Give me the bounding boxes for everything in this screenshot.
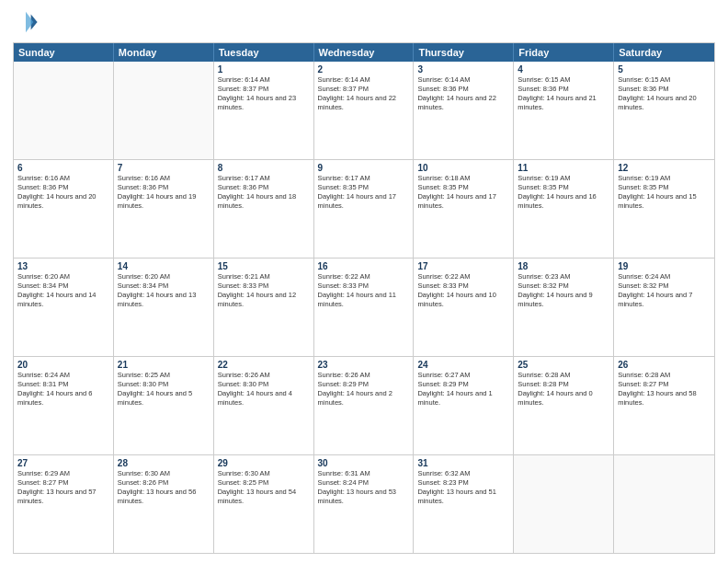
svg-marker-1 xyxy=(26,12,33,32)
calendar-cell-24: 24Sunrise: 6:27 AM Sunset: 8:29 PM Dayli… xyxy=(414,357,514,454)
cell-content: Sunrise: 6:24 AM Sunset: 8:32 PM Dayligh… xyxy=(618,272,711,310)
header-day-saturday: Saturday xyxy=(614,43,714,62)
cell-content: Sunrise: 6:19 AM Sunset: 8:35 PM Dayligh… xyxy=(618,174,711,212)
cell-date: 12 xyxy=(618,163,711,173)
cell-date: 3 xyxy=(417,64,509,75)
cell-date: 10 xyxy=(417,163,509,173)
cell-content: Sunrise: 6:30 AM Sunset: 8:26 PM Dayligh… xyxy=(118,469,210,507)
calendar-cell-21: 21Sunrise: 6:25 AM Sunset: 8:30 PM Dayli… xyxy=(114,357,214,454)
cell-content: Sunrise: 6:17 AM Sunset: 8:36 PM Dayligh… xyxy=(218,174,310,212)
calendar-cell-31: 31Sunrise: 6:32 AM Sunset: 8:23 PM Dayli… xyxy=(414,455,514,553)
cell-date: 25 xyxy=(518,360,609,370)
calendar-cell-9: 9Sunrise: 6:17 AM Sunset: 8:35 PM Daylig… xyxy=(314,160,415,258)
cell-content: Sunrise: 6:27 AM Sunset: 8:29 PM Dayligh… xyxy=(417,371,509,408)
calendar-cell-10: 10Sunrise: 6:18 AM Sunset: 8:35 PM Dayli… xyxy=(414,160,514,258)
calendar-row-2: 13Sunrise: 6:20 AM Sunset: 8:34 PM Dayli… xyxy=(14,259,714,357)
cell-content: Sunrise: 6:28 AM Sunset: 8:28 PM Dayligh… xyxy=(518,371,609,408)
cell-date: 24 xyxy=(417,360,509,370)
cell-date: 5 xyxy=(618,64,711,75)
calendar-cell-6: 6Sunrise: 6:16 AM Sunset: 8:36 PM Daylig… xyxy=(14,160,114,258)
cell-content: Sunrise: 6:22 AM Sunset: 8:33 PM Dayligh… xyxy=(318,272,410,310)
header-day-tuesday: Tuesday xyxy=(214,43,314,62)
cell-content: Sunrise: 6:14 AM Sunset: 8:37 PM Dayligh… xyxy=(318,75,410,113)
cell-content: Sunrise: 6:20 AM Sunset: 8:34 PM Dayligh… xyxy=(17,272,109,310)
calendar-cell-30: 30Sunrise: 6:31 AM Sunset: 8:24 PM Dayli… xyxy=(314,455,415,553)
cell-date: 18 xyxy=(518,261,609,271)
calendar-cell-26: 26Sunrise: 6:28 AM Sunset: 8:27 PM Dayli… xyxy=(614,357,714,454)
cell-content: Sunrise: 6:20 AM Sunset: 8:34 PM Dayligh… xyxy=(118,272,210,310)
cell-content: Sunrise: 6:18 AM Sunset: 8:35 PM Dayligh… xyxy=(417,174,509,212)
cell-date: 14 xyxy=(118,261,210,271)
cell-date: 27 xyxy=(17,458,109,468)
cell-date: 15 xyxy=(218,261,310,271)
cell-date: 30 xyxy=(318,458,410,468)
header xyxy=(13,9,715,35)
calendar-cell-16: 16Sunrise: 6:22 AM Sunset: 8:33 PM Dayli… xyxy=(314,259,415,356)
cell-content: Sunrise: 6:16 AM Sunset: 8:36 PM Dayligh… xyxy=(118,174,210,212)
cell-date: 21 xyxy=(118,360,210,370)
header-day-wednesday: Wednesday xyxy=(314,43,415,62)
cell-content: Sunrise: 6:15 AM Sunset: 8:36 PM Dayligh… xyxy=(518,75,609,113)
calendar-cell-empty-0-1 xyxy=(114,62,214,159)
cell-date: 23 xyxy=(318,360,410,370)
calendar-cell-22: 22Sunrise: 6:26 AM Sunset: 8:30 PM Dayli… xyxy=(214,357,314,454)
calendar-cell-3: 3Sunrise: 6:14 AM Sunset: 8:36 PM Daylig… xyxy=(414,62,514,159)
cell-date: 31 xyxy=(417,458,509,468)
calendar-cell-19: 19Sunrise: 6:24 AM Sunset: 8:32 PM Dayli… xyxy=(614,259,714,356)
calendar-cell-2: 2Sunrise: 6:14 AM Sunset: 8:37 PM Daylig… xyxy=(314,62,415,159)
calendar-row-0: 1Sunrise: 6:14 AM Sunset: 8:37 PM Daylig… xyxy=(14,62,714,160)
calendar-body: 1Sunrise: 6:14 AM Sunset: 8:37 PM Daylig… xyxy=(14,62,714,553)
calendar-cell-29: 29Sunrise: 6:30 AM Sunset: 8:25 PM Dayli… xyxy=(214,455,314,553)
calendar-cell-12: 12Sunrise: 6:19 AM Sunset: 8:35 PM Dayli… xyxy=(614,160,714,258)
cell-content: Sunrise: 6:29 AM Sunset: 8:27 PM Dayligh… xyxy=(17,469,109,507)
header-day-thursday: Thursday xyxy=(414,43,514,62)
cell-content: Sunrise: 6:23 AM Sunset: 8:32 PM Dayligh… xyxy=(518,272,609,310)
cell-date: 1 xyxy=(218,64,310,75)
cell-content: Sunrise: 6:17 AM Sunset: 8:35 PM Dayligh… xyxy=(318,174,410,212)
cell-date: 9 xyxy=(318,163,410,173)
cell-date: 4 xyxy=(518,64,609,75)
cell-content: Sunrise: 6:24 AM Sunset: 8:31 PM Dayligh… xyxy=(17,371,109,408)
calendar-cell-18: 18Sunrise: 6:23 AM Sunset: 8:32 PM Dayli… xyxy=(514,259,614,356)
cell-date: 26 xyxy=(618,360,711,370)
calendar-cell-7: 7Sunrise: 6:16 AM Sunset: 8:36 PM Daylig… xyxy=(114,160,214,258)
cell-content: Sunrise: 6:26 AM Sunset: 8:29 PM Dayligh… xyxy=(318,371,410,408)
calendar-row-4: 27Sunrise: 6:29 AM Sunset: 8:27 PM Dayli… xyxy=(14,455,714,553)
header-day-friday: Friday xyxy=(514,43,614,62)
calendar-cell-5: 5Sunrise: 6:15 AM Sunset: 8:36 PM Daylig… xyxy=(614,62,714,159)
calendar: SundayMondayTuesdayWednesdayThursdayFrid… xyxy=(13,42,715,554)
calendar-cell-17: 17Sunrise: 6:22 AM Sunset: 8:33 PM Dayli… xyxy=(414,259,514,356)
calendar-cell-15: 15Sunrise: 6:21 AM Sunset: 8:33 PM Dayli… xyxy=(214,259,314,356)
cell-date: 19 xyxy=(618,261,711,271)
cell-content: Sunrise: 6:14 AM Sunset: 8:36 PM Dayligh… xyxy=(417,75,509,113)
calendar-header: SundayMondayTuesdayWednesdayThursdayFrid… xyxy=(14,43,714,62)
calendar-cell-25: 25Sunrise: 6:28 AM Sunset: 8:28 PM Dayli… xyxy=(514,357,614,454)
cell-date: 13 xyxy=(17,261,109,271)
cell-date: 6 xyxy=(17,163,109,173)
cell-date: 22 xyxy=(218,360,310,370)
page: SundayMondayTuesdayWednesdayThursdayFrid… xyxy=(0,0,728,563)
calendar-cell-20: 20Sunrise: 6:24 AM Sunset: 8:31 PM Dayli… xyxy=(14,357,114,454)
cell-date: 29 xyxy=(218,458,310,468)
cell-date: 8 xyxy=(218,163,310,173)
cell-content: Sunrise: 6:30 AM Sunset: 8:25 PM Dayligh… xyxy=(218,469,310,507)
cell-content: Sunrise: 6:25 AM Sunset: 8:30 PM Dayligh… xyxy=(118,371,210,408)
cell-content: Sunrise: 6:14 AM Sunset: 8:37 PM Dayligh… xyxy=(218,75,310,113)
cell-content: Sunrise: 6:21 AM Sunset: 8:33 PM Dayligh… xyxy=(218,272,310,310)
cell-content: Sunrise: 6:15 AM Sunset: 8:36 PM Dayligh… xyxy=(618,75,711,113)
cell-content: Sunrise: 6:16 AM Sunset: 8:36 PM Dayligh… xyxy=(17,174,109,212)
calendar-cell-14: 14Sunrise: 6:20 AM Sunset: 8:34 PM Dayli… xyxy=(114,259,214,356)
calendar-row-3: 20Sunrise: 6:24 AM Sunset: 8:31 PM Dayli… xyxy=(14,357,714,455)
cell-date: 16 xyxy=(318,261,410,271)
calendar-cell-23: 23Sunrise: 6:26 AM Sunset: 8:29 PM Dayli… xyxy=(314,357,415,454)
calendar-cell-11: 11Sunrise: 6:19 AM Sunset: 8:35 PM Dayli… xyxy=(514,160,614,258)
cell-content: Sunrise: 6:19 AM Sunset: 8:35 PM Dayligh… xyxy=(518,174,609,212)
calendar-cell-8: 8Sunrise: 6:17 AM Sunset: 8:36 PM Daylig… xyxy=(214,160,314,258)
header-day-sunday: Sunday xyxy=(14,43,114,62)
header-day-monday: Monday xyxy=(114,43,214,62)
cell-date: 11 xyxy=(518,163,609,173)
logo-icon xyxy=(13,9,39,35)
cell-content: Sunrise: 6:28 AM Sunset: 8:27 PM Dayligh… xyxy=(618,371,711,408)
cell-date: 7 xyxy=(118,163,210,173)
cell-date: 28 xyxy=(118,458,210,468)
